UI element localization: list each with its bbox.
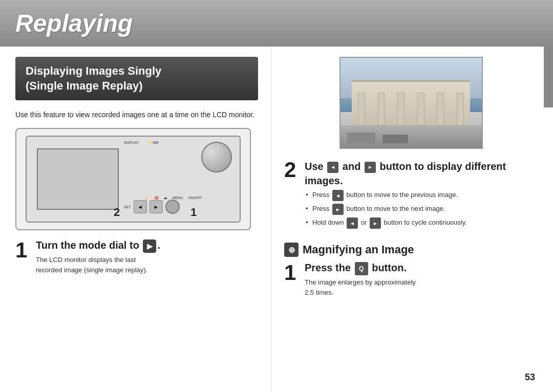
- photo-scene: [341, 58, 482, 148]
- step-1-number: 1: [15, 239, 31, 261]
- bullet-3: Hold down ◄ or ► button to cycle continu…: [305, 217, 538, 229]
- magnify-section-icon: ⊕: [284, 243, 299, 257]
- right-arrow-button[interactable]: ►: [150, 200, 163, 213]
- photo-columns: [352, 93, 471, 125]
- page-number: 53: [525, 372, 535, 383]
- magnify-title: Magnifying an Image: [303, 243, 414, 256]
- magnify-step-desc: The image enlarges by approximately 2.5 …: [305, 277, 416, 297]
- main-content: Displaying Images Singly (Single Image R…: [0, 47, 553, 392]
- section-header: Displaying Images Singly (Single Image R…: [15, 57, 258, 100]
- page-title: Replaying: [15, 9, 538, 37]
- step-2: 2 Use ◄ and ► button to display differen…: [284, 159, 538, 236]
- bullet-1: Press ◄ button to move to the previous i…: [305, 190, 538, 201]
- right-column: 2 Use ◄ and ► button to display differen…: [271, 47, 553, 392]
- bullet3-right-icon: ►: [370, 217, 381, 229]
- camera-bottom-controls: SET ◄ ►: [124, 200, 180, 214]
- section-description: Use this feature to view recorded images…: [15, 110, 258, 120]
- magnify-step-content: Press the Q button. The image enlarges b…: [305, 262, 416, 297]
- camera-top-labels: DISPLAY ⚡WB: [124, 141, 158, 145]
- camera-screen: [37, 148, 119, 210]
- step-2-title: Use ◄ and ► button to display different …: [305, 159, 538, 188]
- right-arrow-icon: ►: [365, 162, 376, 173]
- step-2-bullets: Press ◄ button to move to the previous i…: [305, 190, 538, 229]
- camera-dial: [201, 142, 232, 172]
- diagram-label-1: 1: [190, 206, 197, 219]
- magnify-step-number: 1: [284, 262, 300, 284]
- step-1: 1 Turn the mode dial to ▶. The LCD monit…: [15, 239, 258, 275]
- play-mode-icon: ▶: [143, 239, 156, 253]
- right-accent-bar: [544, 46, 553, 107]
- step-1-title: Turn the mode dial to ▶.: [36, 239, 160, 253]
- camera-menu-labels: ⚡ 🎯 ⛰ MENU ON/OFF: [144, 196, 202, 200]
- camera-diagram: DISPLAY ⚡WB SET ◄ ► ⚡ �: [15, 128, 251, 230]
- step-2-number: 2: [284, 159, 300, 181]
- step-2-content: Use ◄ and ► button to display different …: [305, 159, 538, 236]
- bullet3-left-icon: ◄: [347, 217, 358, 229]
- bullet1-left-icon: ◄: [332, 190, 344, 201]
- bullet-2: Press ► button to move to the next image…: [305, 204, 538, 215]
- section-title-line1: Displaying Images Singly (Single Image R…: [26, 64, 248, 93]
- left-arrow-button[interactable]: ◄: [134, 200, 147, 213]
- shutter-button[interactable]: [165, 200, 180, 214]
- photo-building: [352, 80, 471, 125]
- magnify-section: ⊕ Magnifying an Image 1 Press the Q butt…: [284, 243, 538, 297]
- step-1-desc: The LCD monitor displays the last record…: [36, 255, 160, 275]
- camera-right-controls: [201, 142, 232, 172]
- photo-thumbnail: [339, 57, 483, 149]
- step-1-content: Turn the mode dial to ▶. The LCD monitor…: [36, 239, 160, 275]
- title-bar: Replaying: [0, 0, 553, 47]
- magnify-step-1: 1 Press the Q button. The image enlarges…: [284, 262, 538, 297]
- left-column: Displaying Images Singly (Single Image R…: [0, 47, 271, 392]
- left-arrow-icon: ◄: [327, 162, 338, 173]
- magnify-header: ⊕ Magnifying an Image: [284, 243, 538, 257]
- camera-body: DISPLAY ⚡WB SET ◄ ► ⚡ �: [26, 136, 241, 223]
- diagram-label-2: 2: [114, 206, 120, 219]
- set-label: SET: [124, 205, 131, 209]
- bullet2-right-icon: ►: [332, 204, 344, 215]
- magnify-step-title: Press the Q button.: [305, 262, 416, 275]
- magnify-button-icon: Q: [355, 262, 368, 275]
